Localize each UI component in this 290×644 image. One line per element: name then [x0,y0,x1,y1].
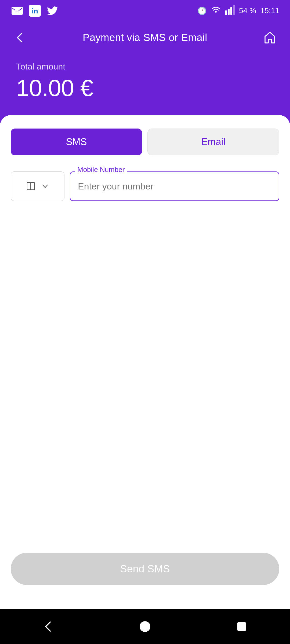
tab-sms[interactable]: SMS [11,129,142,155]
tab-row: SMS Email [11,129,279,155]
linkedin-icon: in [28,4,41,17]
nav-recents-button[interactable] [231,616,252,637]
signal-icon [225,5,235,17]
phone-input-row: Mobile Number [11,171,279,201]
wifi-icon [211,5,221,17]
status-icons-left: M in [11,4,59,17]
flag-icon [26,180,38,192]
send-sms-button[interactable]: Send SMS [11,553,279,585]
mobile-number-field: Mobile Number [70,171,279,201]
svg-text:in: in [32,7,38,15]
svg-text:M: M [15,8,20,14]
back-button[interactable] [11,28,30,47]
svg-rect-9 [27,182,35,190]
battery-percentage: 54 % [239,6,256,15]
main-card: SMS Email Mobile Number [0,115,290,609]
amount-label: Total amount [16,62,274,72]
content-spacer [11,201,279,553]
amount-section: Total amount 10.00 € [0,54,290,123]
status-info-right: 🕐 54 % 15:11 [197,5,279,17]
nav-back-button[interactable] [38,616,59,637]
alarm-icon: 🕐 [197,6,207,15]
chevron-down-icon [41,182,49,190]
home-button[interactable] [260,28,279,47]
twitter-icon [46,4,59,17]
svg-point-10 [140,621,150,632]
svg-rect-5 [225,10,227,15]
amount-value: 10.00 € [16,74,274,102]
gmail-icon: M [11,4,24,17]
svg-rect-11 [237,622,246,631]
page-title: Payment via SMS or Email [83,32,207,43]
header: Payment via SMS or Email [0,21,290,54]
tab-email[interactable]: Email [147,129,279,155]
status-bar: M in 🕐 [0,0,290,21]
country-selector[interactable] [11,171,64,201]
svg-rect-6 [228,9,230,15]
nav-home-button[interactable] [134,616,156,637]
mobile-number-label: Mobile Number [75,166,127,174]
bottom-nav [0,609,290,644]
phone-number-input[interactable] [70,171,279,201]
svg-rect-8 [233,5,235,15]
time-display: 15:11 [260,6,279,15]
svg-rect-7 [230,7,232,15]
